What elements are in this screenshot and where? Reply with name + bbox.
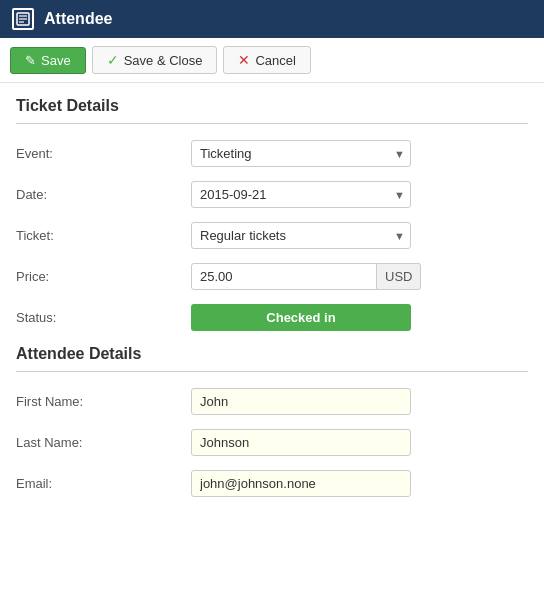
ticket-details-divider	[16, 123, 528, 124]
first-name-input[interactable]	[191, 388, 411, 415]
ticket-details-title: Ticket Details	[16, 97, 528, 115]
attendee-details-section: Attendee Details First Name: Last Name: …	[16, 345, 528, 497]
ticket-label: Ticket:	[16, 228, 191, 243]
date-row: Date: 2015-09-21 ▼	[16, 181, 528, 208]
last-name-control	[191, 429, 528, 456]
event-control: Ticketing ▼	[191, 140, 528, 167]
email-control	[191, 470, 528, 497]
attendee-icon	[12, 8, 34, 30]
email-label: Email:	[16, 476, 191, 491]
header: Attendee	[0, 0, 544, 38]
date-label: Date:	[16, 187, 191, 202]
status-label: Status:	[16, 310, 191, 325]
status-badge: Checked in	[191, 304, 411, 331]
date-select-wrapper: 2015-09-21 ▼	[191, 181, 411, 208]
last-name-label: Last Name:	[16, 435, 191, 450]
last-name-input[interactable]	[191, 429, 411, 456]
last-name-row: Last Name:	[16, 429, 528, 456]
event-select[interactable]: Ticketing	[191, 140, 411, 167]
attendee-details-divider	[16, 371, 528, 372]
ticket-control: Regular tickets ▼	[191, 222, 528, 249]
page-title: Attendee	[44, 10, 112, 28]
price-label: Price:	[16, 269, 191, 284]
cancel-button[interactable]: ✕ Cancel	[223, 46, 310, 74]
ticket-select[interactable]: Regular tickets	[191, 222, 411, 249]
status-control: Checked in	[191, 304, 528, 331]
save-close-button[interactable]: ✓ Save & Close	[92, 46, 218, 74]
toolbar: ✎ Save ✓ Save & Close ✕ Cancel	[0, 38, 544, 83]
x-icon: ✕	[238, 52, 250, 68]
ticket-select-wrapper: Regular tickets ▼	[191, 222, 411, 249]
email-row: Email:	[16, 470, 528, 497]
price-wrapper: USD	[191, 263, 411, 290]
currency-label: USD	[377, 263, 421, 290]
price-input[interactable]	[191, 263, 377, 290]
date-select[interactable]: 2015-09-21	[191, 181, 411, 208]
event-label: Event:	[16, 146, 191, 161]
email-input[interactable]	[191, 470, 411, 497]
event-row: Event: Ticketing ▼	[16, 140, 528, 167]
ticket-row: Ticket: Regular tickets ▼	[16, 222, 528, 249]
price-row: Price: USD	[16, 263, 528, 290]
first-name-row: First Name:	[16, 388, 528, 415]
status-row: Status: Checked in	[16, 304, 528, 331]
date-control: 2015-09-21 ▼	[191, 181, 528, 208]
event-select-wrapper: Ticketing ▼	[191, 140, 411, 167]
save-button[interactable]: ✎ Save	[10, 47, 86, 74]
save-icon: ✎	[25, 53, 36, 68]
first-name-label: First Name:	[16, 394, 191, 409]
check-icon: ✓	[107, 52, 119, 68]
attendee-details-title: Attendee Details	[16, 345, 528, 363]
content: Ticket Details Event: Ticketing ▼ Date: …	[0, 83, 544, 525]
first-name-control	[191, 388, 528, 415]
ticket-details-section: Ticket Details Event: Ticketing ▼ Date: …	[16, 97, 528, 331]
price-control: USD	[191, 263, 528, 290]
